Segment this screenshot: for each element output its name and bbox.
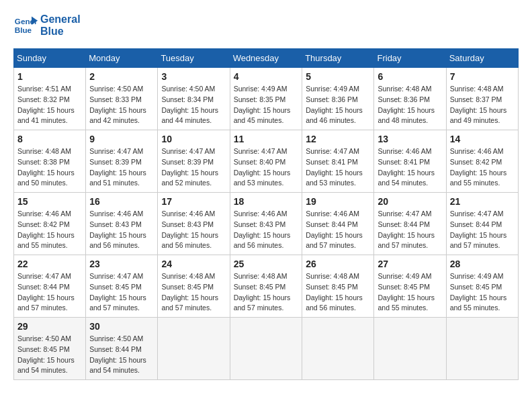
- day-info: Sunrise: 4:47 AMSunset: 8:41 PMDaylight:…: [306, 146, 370, 189]
- day-number: 18: [234, 196, 299, 207]
- day-number: 17: [161, 196, 226, 207]
- cell-week2-col6: 14 Sunrise: 4:46 AMSunset: 8:42 PMDaylig…: [446, 130, 518, 193]
- cell-week2-col3: 11 Sunrise: 4:47 AMSunset: 8:40 PMDaylig…: [230, 130, 302, 193]
- day-number: 24: [161, 259, 226, 269]
- header-monday: Monday: [86, 49, 158, 68]
- day-number: 12: [306, 134, 370, 144]
- day-info: Sunrise: 4:48 AMSunset: 8:45 PMDaylight:…: [234, 271, 299, 314]
- day-info: Sunrise: 4:50 AMSunset: 8:44 PMDaylight:…: [89, 334, 154, 376]
- week-row-3: 15 Sunrise: 4:46 AMSunset: 8:42 PMDaylig…: [14, 193, 519, 255]
- cell-week2-col4: 12 Sunrise: 4:47 AMSunset: 8:41 PMDaylig…: [302, 130, 374, 193]
- cell-week3-col6: 21 Sunrise: 4:47 AMSunset: 8:44 PMDaylig…: [446, 193, 518, 255]
- header-thursday: Thursday: [302, 49, 374, 68]
- cell-week3-col3: 18 Sunrise: 4:46 AMSunset: 8:43 PMDaylig…: [230, 193, 302, 255]
- day-info: Sunrise: 4:46 AMSunset: 8:42 PMDaylight:…: [450, 146, 515, 189]
- cell-week5-col0: 29 Sunrise: 4:50 AMSunset: 8:45 PMDaylig…: [14, 318, 86, 380]
- day-info: Sunrise: 4:47 AMSunset: 8:39 PMDaylight:…: [161, 146, 226, 189]
- day-number: 6: [378, 71, 442, 82]
- day-info: Sunrise: 4:47 AMSunset: 8:44 PMDaylight:…: [450, 209, 515, 251]
- day-info: Sunrise: 4:47 AMSunset: 8:45 PMDaylight:…: [89, 271, 154, 314]
- logo-text-blue: Blue: [40, 26, 81, 38]
- day-info: Sunrise: 4:50 AMSunset: 8:34 PMDaylight:…: [161, 84, 226, 126]
- day-number: 11: [234, 134, 299, 144]
- day-number: 9: [89, 134, 154, 144]
- day-number: 4: [234, 71, 299, 82]
- day-number: 1: [17, 71, 82, 82]
- cell-week1-col3: 4 Sunrise: 4:49 AMSunset: 8:35 PMDayligh…: [230, 68, 302, 130]
- header-sunday: Sunday: [14, 49, 86, 68]
- day-number: 30: [89, 321, 154, 332]
- header-saturday: Saturday: [446, 49, 518, 68]
- cell-week4-col4: 26 Sunrise: 4:48 AMSunset: 8:45 PMDaylig…: [302, 255, 374, 318]
- cell-week3-col1: 16 Sunrise: 4:46 AMSunset: 8:43 PMDaylig…: [86, 193, 158, 255]
- day-number: 19: [306, 196, 370, 207]
- week-row-1: 1 Sunrise: 4:51 AMSunset: 8:32 PMDayligh…: [14, 68, 519, 130]
- header-wednesday: Wednesday: [230, 49, 302, 68]
- header-tuesday: Tuesday: [158, 49, 230, 68]
- day-number: 14: [450, 134, 515, 144]
- day-info: Sunrise: 4:47 AMSunset: 8:40 PMDaylight:…: [234, 146, 299, 189]
- day-info: Sunrise: 4:46 AMSunset: 8:43 PMDaylight:…: [161, 209, 226, 251]
- day-number: 28: [450, 259, 515, 269]
- day-number: 3: [161, 71, 226, 82]
- day-info: Sunrise: 4:46 AMSunset: 8:44 PMDaylight:…: [306, 209, 370, 251]
- cell-week5-col6: [446, 318, 518, 380]
- cell-week1-col5: 6 Sunrise: 4:48 AMSunset: 8:36 PMDayligh…: [374, 68, 446, 130]
- cell-week1-col4: 5 Sunrise: 4:49 AMSunset: 8:36 PMDayligh…: [302, 68, 374, 130]
- day-info: Sunrise: 4:49 AMSunset: 8:36 PMDaylight:…: [306, 84, 370, 126]
- day-info: Sunrise: 4:50 AMSunset: 8:45 PMDaylight:…: [17, 334, 82, 376]
- day-number: 22: [17, 259, 82, 269]
- cell-week5-col2: [158, 318, 230, 380]
- page-header: General Blue General Blue: [13, 13, 519, 38]
- day-number: 10: [161, 134, 226, 144]
- day-number: 2: [89, 71, 154, 82]
- day-info: Sunrise: 4:46 AMSunset: 8:41 PMDaylight:…: [378, 146, 442, 189]
- day-number: 8: [17, 134, 82, 144]
- cell-week3-col5: 20 Sunrise: 4:47 AMSunset: 8:44 PMDaylig…: [374, 193, 446, 255]
- cell-week1-col2: 3 Sunrise: 4:50 AMSunset: 8:34 PMDayligh…: [158, 68, 230, 130]
- day-number: 23: [89, 259, 154, 269]
- week-row-4: 22 Sunrise: 4:47 AMSunset: 8:44 PMDaylig…: [14, 255, 519, 318]
- day-number: 20: [378, 196, 442, 207]
- day-info: Sunrise: 4:48 AMSunset: 8:45 PMDaylight:…: [161, 271, 226, 314]
- day-number: 26: [306, 259, 370, 269]
- day-info: Sunrise: 4:46 AMSunset: 8:43 PMDaylight:…: [89, 209, 154, 251]
- weekday-header-row: Sunday Monday Tuesday Wednesday Thursday…: [14, 49, 519, 68]
- cell-week4-col0: 22 Sunrise: 4:47 AMSunset: 8:44 PMDaylig…: [14, 255, 86, 318]
- day-number: 5: [306, 71, 370, 82]
- svg-text:Blue: Blue: [15, 26, 32, 34]
- day-info: Sunrise: 4:50 AMSunset: 8:33 PMDaylight:…: [89, 84, 154, 126]
- day-number: 15: [17, 196, 82, 207]
- week-row-5: 29 Sunrise: 4:50 AMSunset: 8:45 PMDaylig…: [14, 318, 519, 380]
- cell-week4-col6: 28 Sunrise: 4:49 AMSunset: 8:45 PMDaylig…: [446, 255, 518, 318]
- day-info: Sunrise: 4:49 AMSunset: 8:35 PMDaylight:…: [234, 84, 299, 126]
- day-number: 13: [378, 134, 442, 144]
- cell-week5-col1: 30 Sunrise: 4:50 AMSunset: 8:44 PMDaylig…: [86, 318, 158, 380]
- cell-week4-col1: 23 Sunrise: 4:47 AMSunset: 8:45 PMDaylig…: [86, 255, 158, 318]
- cell-week2-col5: 13 Sunrise: 4:46 AMSunset: 8:41 PMDaylig…: [374, 130, 446, 193]
- day-info: Sunrise: 4:48 AMSunset: 8:38 PMDaylight:…: [17, 146, 82, 189]
- day-number: 27: [378, 259, 442, 269]
- day-number: 21: [450, 196, 515, 207]
- day-info: Sunrise: 4:47 AMSunset: 8:44 PMDaylight:…: [378, 209, 442, 251]
- cell-week1-col1: 2 Sunrise: 4:50 AMSunset: 8:33 PMDayligh…: [86, 68, 158, 130]
- day-info: Sunrise: 4:48 AMSunset: 8:37 PMDaylight:…: [450, 84, 515, 126]
- week-row-2: 8 Sunrise: 4:48 AMSunset: 8:38 PMDayligh…: [14, 130, 519, 193]
- day-info: Sunrise: 4:51 AMSunset: 8:32 PMDaylight:…: [17, 84, 82, 126]
- cell-week2-col2: 10 Sunrise: 4:47 AMSunset: 8:39 PMDaylig…: [158, 130, 230, 193]
- day-info: Sunrise: 4:46 AMSunset: 8:42 PMDaylight:…: [17, 209, 82, 251]
- day-number: 16: [89, 196, 154, 207]
- day-info: Sunrise: 4:48 AMSunset: 8:45 PMDaylight:…: [306, 271, 370, 314]
- cell-week4-col2: 24 Sunrise: 4:48 AMSunset: 8:45 PMDaylig…: [158, 255, 230, 318]
- day-info: Sunrise: 4:49 AMSunset: 8:45 PMDaylight:…: [378, 271, 442, 314]
- day-number: 7: [450, 71, 515, 82]
- cell-week5-col4: [302, 318, 374, 380]
- logo-text-general: General: [40, 13, 81, 26]
- day-info: Sunrise: 4:49 AMSunset: 8:45 PMDaylight:…: [450, 271, 515, 314]
- cell-week2-col1: 9 Sunrise: 4:47 AMSunset: 8:39 PMDayligh…: [86, 130, 158, 193]
- cell-week3-col2: 17 Sunrise: 4:46 AMSunset: 8:43 PMDaylig…: [158, 193, 230, 255]
- day-info: Sunrise: 4:46 AMSunset: 8:43 PMDaylight:…: [234, 209, 299, 251]
- cell-week5-col5: [374, 318, 446, 380]
- day-info: Sunrise: 4:47 AMSunset: 8:44 PMDaylight:…: [17, 271, 82, 314]
- calendar-table: Sunday Monday Tuesday Wednesday Thursday…: [13, 48, 519, 380]
